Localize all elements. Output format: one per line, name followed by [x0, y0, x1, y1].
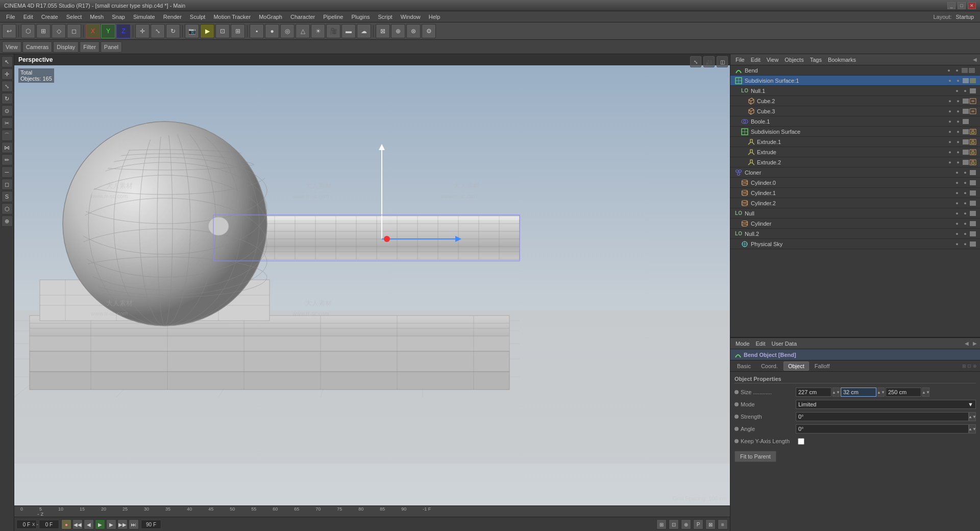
prop-collapse[interactable]: ◀ [965, 341, 969, 346]
transport-play[interactable]: ▶ [95, 519, 105, 529]
prop-size-z[interactable]: 250 cm [886, 388, 921, 397]
fit-to-parent-button[interactable]: Fit to Parent [734, 451, 776, 462]
paint-tool[interactable]: ⬡ [2, 203, 13, 214]
menu-window[interactable]: Window [397, 13, 425, 21]
obj-header-objects[interactable]: Objects [782, 56, 805, 64]
brush-tool[interactable]: S [2, 191, 13, 202]
prop-size-x[interactable]: 227 cm [796, 388, 831, 397]
menu-plugins[interactable]: Plugins [347, 13, 374, 21]
menu-character[interactable]: Character [286, 13, 319, 21]
camera-obj-button[interactable]: 🎥 [326, 24, 340, 38]
render-button[interactable]: ▶ [200, 24, 214, 38]
frame-current-input[interactable] [39, 520, 59, 529]
tree-item-physicalsky[interactable]: Physical Sky ● ● [730, 239, 980, 249]
scale-tool[interactable]: ⤡ [2, 81, 13, 92]
polygon-pen[interactable]: ✏ [2, 154, 13, 165]
timeline-btn-3[interactable]: ⊕ [681, 519, 691, 529]
array-button[interactable]: ⊛ [406, 24, 421, 38]
obj-header-view[interactable]: View [765, 56, 781, 64]
vis-icon-2[interactable]: ● [946, 77, 953, 84]
model-mode-button[interactable]: ⬡ [21, 24, 35, 38]
obj-header-edit[interactable]: Edit [749, 56, 763, 64]
prop-strength-input[interactable]: 0° [796, 412, 969, 421]
cube-button[interactable]: ▪ [250, 24, 264, 38]
transport-play-back[interactable]: ◀◀ [72, 519, 83, 529]
rotate-tool[interactable]: ↻ [2, 93, 13, 104]
render-icon[interactable]: ● [953, 67, 961, 74]
transport-end[interactable]: ⏭ [129, 519, 139, 529]
object-tree[interactable]: Bend ● ● Subdivision Surface:1 ● ● [730, 65, 980, 337]
bridge-tool[interactable]: ⌒ [2, 130, 13, 141]
prop-keepy-checkbox[interactable] [798, 438, 804, 445]
timeline-btn-6[interactable]: ≡ [718, 519, 728, 529]
menu-edit[interactable]: Edit [19, 13, 37, 21]
timeline-btn-1[interactable]: ⊞ [656, 519, 667, 529]
display-tab[interactable]: Display [53, 41, 79, 53]
prop-tab-object[interactable]: Object [783, 361, 809, 371]
knife-tool[interactable]: ✂ [2, 117, 13, 129]
menu-pipeline[interactable]: Pipeline [319, 13, 347, 21]
tree-item-cube3[interactable]: Cube.3 ● ● [730, 106, 980, 116]
sphere-button[interactable]: ● [265, 24, 279, 38]
prop-edit-tab[interactable]: Edit [754, 340, 768, 348]
z-axis-button[interactable]: Z [116, 24, 131, 38]
view-tab[interactable]: View [2, 41, 21, 53]
viewport-display[interactable]: ◫ [717, 56, 728, 67]
cameras-tab[interactable]: Cameras [22, 41, 53, 53]
prop-mode-tab[interactable]: Mode [733, 340, 752, 348]
render-icon-2[interactable]: ● [954, 77, 962, 84]
edge-cut[interactable]: ─ [2, 166, 13, 178]
sky-button[interactable]: ☁ [357, 24, 371, 38]
tree-item-bend[interactable]: Bend ● ● [730, 65, 980, 76]
menu-motiontracker[interactable]: Motion Tracker [209, 13, 255, 21]
tree-item-cylinder1[interactable]: Cylinder.1 ● ● [730, 188, 980, 198]
menu-render[interactable]: Render [159, 13, 186, 21]
cylinder-button[interactable]: ◎ [280, 24, 295, 38]
tree-item-cylinder0[interactable]: Cylinder.0 ● ● [730, 178, 980, 188]
transport-next[interactable]: ▶ [106, 519, 116, 529]
undo-button[interactable]: ↩ [2, 24, 16, 38]
menu-snap[interactable]: Snap [108, 13, 129, 21]
loop-tool[interactable]: ◻ [2, 179, 13, 190]
minimize-button[interactable]: _ [947, 2, 955, 9]
vis-icon[interactable]: ● [945, 67, 952, 74]
render-all-button[interactable]: ⊞ [231, 24, 245, 38]
menu-sculpt[interactable]: Sculpt [186, 13, 210, 21]
rotate-tool-button[interactable]: ↻ [166, 24, 180, 38]
prop-angle-arrow[interactable]: ▲▼ [969, 424, 976, 433]
move-tool[interactable]: ✛ [2, 68, 13, 80]
menu-create[interactable]: Create [37, 13, 62, 21]
prop-size-y-arrow[interactable]: ▲▼ [877, 388, 885, 397]
transport-play-forward[interactable]: ▶▶ [117, 519, 128, 529]
menu-mograph[interactable]: MoGraph [255, 13, 286, 21]
menu-script[interactable]: Script [374, 13, 397, 21]
tree-item-null[interactable]: LO Null ● ● [730, 208, 980, 219]
menu-select[interactable]: Select [62, 13, 86, 21]
timeline-btn-4[interactable]: P [693, 519, 703, 529]
floor-button[interactable]: ▬ [341, 24, 356, 38]
frame-end-input[interactable] [141, 520, 161, 529]
render-view-button[interactable]: ⊡ [215, 24, 230, 38]
tree-item-extrude[interactable]: Extrude ● ● [730, 147, 980, 157]
x-axis-button[interactable]: X [86, 24, 100, 38]
filter-tab[interactable]: Filter [80, 41, 99, 53]
texture-mode-button[interactable]: ⊞ [36, 24, 51, 38]
y-axis-button[interactable]: Y [101, 24, 115, 38]
tree-item-extrude1[interactable]: Extrude.1 ● ● [730, 137, 980, 147]
lasso-tool[interactable]: ⊙ [2, 105, 13, 116]
transport-record[interactable]: ● [61, 519, 71, 529]
panel-tab[interactable]: Panel [101, 41, 122, 53]
poly-mode-button[interactable]: ◻ [67, 24, 81, 38]
obj-header-file[interactable]: File [733, 56, 747, 64]
tree-item-cloner[interactable]: Cloner ● ● [730, 167, 980, 178]
subdivide-button[interactable]: ⊠ [376, 24, 390, 38]
prop-angle-input[interactable]: 0° [796, 424, 969, 433]
prop-size-z-arrow[interactable]: ▲▼ [922, 388, 929, 397]
tree-item-cylinder2[interactable]: Cylinder.2 ● ● [730, 198, 980, 208]
prop-mode-dropdown[interactable]: Limited ▼ [796, 400, 976, 409]
menu-file[interactable]: File [2, 13, 19, 21]
move-tool-button[interactable]: ✛ [135, 24, 150, 38]
viewport-maximize[interactable]: ⤡ [690, 56, 701, 67]
boole-button[interactable]: ⊕ [391, 24, 405, 38]
prop-userdata-tab[interactable]: User Data [770, 340, 799, 348]
